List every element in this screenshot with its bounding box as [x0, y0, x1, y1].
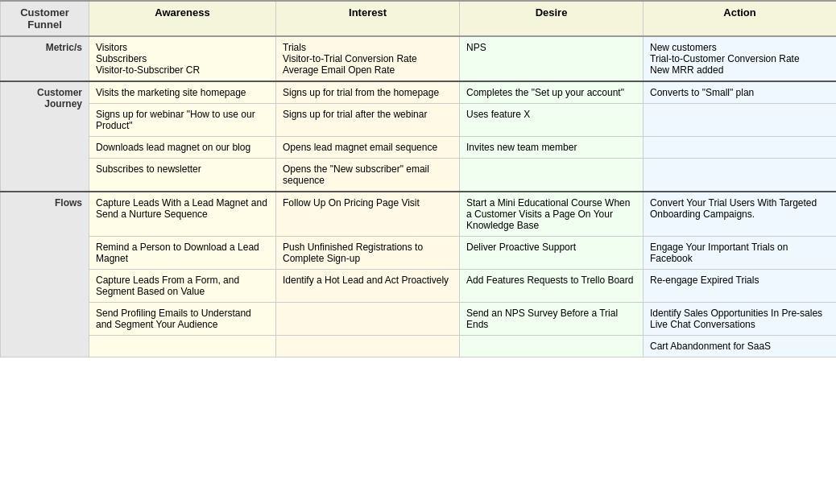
- flows-row2-interest: Identify a Hot Lead and Act Proactively: [276, 270, 460, 303]
- metrics-awareness-item2: Subscribers: [96, 53, 269, 64]
- flows-row4-desire: [460, 336, 644, 357]
- journey-row2-action: [644, 137, 837, 159]
- journey-row3-interest: Opens the "New subscriber" email sequenc…: [276, 159, 460, 192]
- journey-row-3: Subscribes to newsletter Opens the "New …: [1, 159, 837, 192]
- metrics-action-item2: Trial-to-Customer Conversion Rate: [650, 53, 830, 64]
- flows-row-4: Cart Abandonment for SaaS: [1, 336, 837, 357]
- metrics-desire-item1: NPS: [466, 42, 636, 53]
- flows-row-3: Send Profiling Emails to Understand and …: [1, 303, 837, 336]
- flows-row1-action: Engage Your Important Trials on Facebook: [644, 237, 837, 270]
- flows-row2-action: Re-engage Expired Trials: [644, 270, 837, 303]
- flows-row1-awareness: Remind a Person to Download a Lead Magne…: [89, 237, 276, 270]
- metrics-action-item1: New customers: [650, 42, 830, 53]
- metrics-interest-item2: Visitor-to-Trial Conversion Rate: [283, 53, 453, 64]
- journey-row0-awareness: Visits the marketing site homepage: [89, 81, 276, 104]
- journey-row0-desire: Completes the "Set up your account": [460, 81, 644, 104]
- flows-row4-action: Cart Abandonment for SaaS: [644, 336, 837, 357]
- journey-row-2: Downloads lead magnet on our blog Opens …: [1, 137, 837, 159]
- flows-row3-desire: Send an NPS Survey Before a Trial Ends: [460, 303, 644, 336]
- journey-row1-awareness: Signs up for webinar "How to use our Pro…: [89, 104, 276, 137]
- journey-row1-desire: Uses feature X: [460, 104, 644, 137]
- journey-row0-action: Converts to "Small" plan: [644, 81, 837, 104]
- flows-row-2: Capture Leads From a Form, and Segment B…: [1, 270, 837, 303]
- flows-row3-interest: [276, 303, 460, 336]
- metrics-awareness-item3: Visitor-to-Subscriber CR: [96, 64, 269, 76]
- flows-row0-action: Convert Your Trial Users With Targeted O…: [644, 192, 837, 237]
- flows-row4-interest: [276, 336, 460, 357]
- metrics-label: Metric/s: [1, 36, 89, 81]
- flows-row-1: Remind a Person to Download a Lead Magne…: [1, 237, 837, 270]
- journey-row1-action: [644, 104, 837, 137]
- flows-row2-desire: Add Features Requests to Trello Board: [460, 270, 644, 303]
- journey-row3-desire: [460, 159, 644, 192]
- flows-row0-awareness: Capture Leads With a Lead Magnet and Sen…: [89, 192, 276, 237]
- header-row: Customer Funnel Awareness Interest Desir…: [1, 1, 837, 36]
- header-action: Action: [644, 1, 837, 36]
- flows-row3-action: Identify Sales Opportunities In Pre-sale…: [644, 303, 837, 336]
- flows-row-0: Flows Capture Leads With a Lead Magnet a…: [1, 192, 837, 237]
- flows-row1-desire: Deliver Proactive Support: [460, 237, 644, 270]
- journey-row2-desire: Invites new team member: [460, 137, 644, 159]
- journey-row0-interest: Signs up for trial from the homepage: [276, 81, 460, 104]
- flows-label: Flows: [1, 192, 89, 357]
- metrics-action-item3: New MRR added: [650, 64, 830, 76]
- journey-row2-interest: Opens lead magnet email sequence: [276, 137, 460, 159]
- flows-row0-interest: Follow Up On Pricing Page Visit: [276, 192, 460, 237]
- journey-row-0: Customer Journey Visits the marketing si…: [1, 81, 837, 104]
- journey-label: Customer Journey: [1, 81, 89, 192]
- metrics-action-cell: New customers Trial-to-Customer Conversi…: [644, 36, 837, 81]
- metrics-interest-item3: Average Email Open Rate: [283, 64, 453, 76]
- journey-row-1: Signs up for webinar "How to use our Pro…: [1, 104, 837, 137]
- metrics-awareness-cell: Visitors Subscribers Visitor-to-Subscrib…: [89, 36, 276, 81]
- journey-row3-awareness: Subscribes to newsletter: [89, 159, 276, 192]
- journey-row3-action: [644, 159, 837, 192]
- journey-row1-interest: Signs up for trial after the webinar: [276, 104, 460, 137]
- header-customer-funnel: Customer Funnel: [1, 1, 89, 36]
- flows-row1-interest: Push Unfinished Registrations to Complet…: [276, 237, 460, 270]
- flows-row4-awareness: [89, 336, 276, 357]
- flows-row3-awareness: Send Profiling Emails to Understand and …: [89, 303, 276, 336]
- flows-row2-awareness: Capture Leads From a Form, and Segment B…: [89, 270, 276, 303]
- journey-row2-awareness: Downloads lead magnet on our blog: [89, 137, 276, 159]
- metrics-interest-item1: Trials: [283, 42, 453, 53]
- metrics-awareness-item1: Visitors: [96, 42, 269, 53]
- header-desire: Desire: [460, 1, 644, 36]
- metrics-desire-cell: NPS: [460, 36, 644, 81]
- flows-row0-desire: Start a Mini Educational Course When a C…: [460, 192, 644, 237]
- header-interest: Interest: [276, 1, 460, 36]
- metrics-interest-cell: Trials Visitor-to-Trial Conversion Rate …: [276, 36, 460, 81]
- metrics-row: Metric/s Visitors Subscribers Visitor-to…: [1, 36, 837, 81]
- header-awareness: Awareness: [89, 1, 276, 36]
